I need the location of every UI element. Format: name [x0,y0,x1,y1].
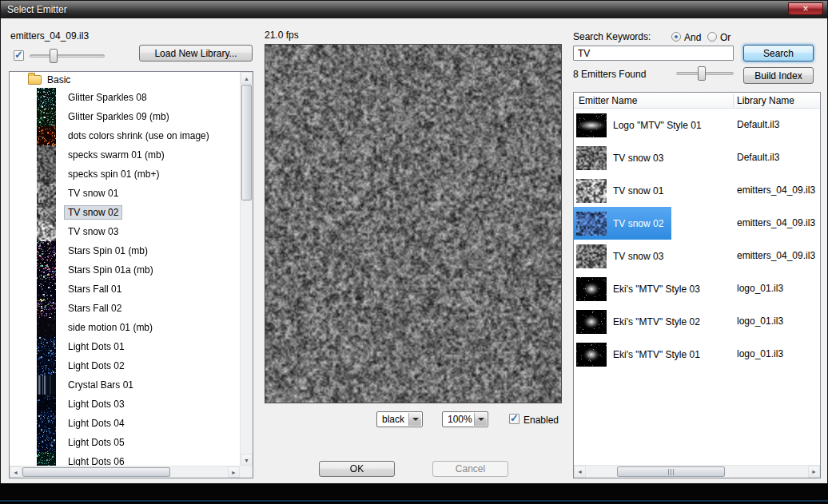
scroll-left-icon[interactable]: ◄ [574,466,586,478]
emitter-thumbnail [37,318,56,337]
list-item[interactable]: Light Dots 06 [10,452,240,466]
cancel-button[interactable]: Cancel [432,461,508,477]
result-library-name: Default.il3 [737,109,779,141]
scroll-up-icon[interactable]: ▲ [241,72,253,84]
list-item[interactable]: TV snow 02 [10,203,240,222]
result-row[interactable]: Eki's "MTV" Style 01logo_01.il3 [574,338,820,371]
emitter-label: Light Dots 04 [65,417,128,430]
result-row[interactable]: Logo "MTV" Style 01Default.il3 [574,109,820,141]
result-row[interactable]: Eki's "MTV" Style 03logo_01.il3 [574,272,820,305]
list-item[interactable]: Stars Fall 01 [10,280,240,299]
scroll-right-icon[interactable]: ► [808,466,820,478]
emitter-library-list: Basic Glitter Sparkles 08Glitter Sparkle… [9,71,253,478]
emitter-label: Stars Fall 01 [65,283,125,296]
scroll-right-icon[interactable]: ► [228,466,240,478]
list-item[interactable]: Stars Spin 01a (mb) [10,260,240,280]
emitter-thumbnail [37,126,56,145]
scroll-down-icon[interactable]: ▼ [241,454,253,466]
emitter-label: Light Dots 03 [65,398,128,411]
emitter-thumbnail [37,280,56,299]
folder-label: Basic [47,74,70,85]
results-thumbnail-slider[interactable] [676,72,734,75]
results-horizontal-scrollbar[interactable]: ◄ ► [574,465,820,478]
list-item[interactable]: TV snow 01 [10,184,240,203]
list-item[interactable]: Glitter Sparkles 09 (mb) [10,107,240,126]
column-header-emitter-name[interactable]: Emitter Name [579,95,637,106]
list-item[interactable]: Glitter Sparkles 08 [10,88,240,107]
emitter-label: Stars Spin 01a (mb) [65,264,157,276]
result-library-name: emitters_04_09.il3 [737,207,815,240]
thumbnail-size-slider[interactable] [30,54,105,58]
list-item[interactable]: side motion 01 (mb) [10,318,240,337]
result-emitter-name: TV snow 02 [613,218,663,229]
result-library-name: logo_01.il3 [737,305,783,338]
load-new-library-button[interactable]: Load New Library... [139,45,253,62]
library-name-label: emitters_04_09.il3 [10,30,89,42]
list-item[interactable]: Light Dots 04 [10,414,240,433]
list-item[interactable]: Light Dots 01 [10,337,240,356]
result-emitter-name: TV snow 03 [613,251,663,262]
library-checkbox[interactable] [14,50,24,61]
result-row[interactable]: TV snow 03emitters_04_09.il3 [574,240,820,272]
list-vertical-scrollbar[interactable]: ▲ ▼ [240,72,253,466]
build-index-button[interactable]: Build Index [743,67,814,84]
grip-icon [668,469,675,475]
result-thumbnail [576,277,607,301]
close-button[interactable]: × [788,2,823,15]
list-item[interactable]: specks swarm 01 (mb) [10,145,240,165]
column-header-library-name[interactable]: Library Name [737,95,794,106]
result-row[interactable]: Eki's "MTV" Style 02logo_01.il3 [574,305,820,338]
list-horizontal-scrollbar[interactable]: ◄ ► [10,466,240,478]
table-header: Emitter Name Library Name [574,93,820,109]
search-input[interactable] [573,46,734,61]
scroll-left-icon[interactable]: ◄ [10,466,22,478]
thumbnail-size-slider-thumb[interactable] [50,49,58,63]
preview-zoom-select[interactable]: 100% [442,411,488,427]
result-thumbnail [576,244,607,268]
emitter-thumbnail [37,375,56,395]
list-item[interactable]: Light Dots 03 [10,395,240,414]
emitter-thumbnail [37,241,56,260]
scrollbar-corner [240,466,253,478]
list-item[interactable]: Stars Spin 01 (mb) [10,241,240,260]
result-name-cell: Logo "MTV" Style 01 [574,109,710,141]
horizontal-scrollbar-thumb[interactable] [22,467,170,477]
and-radio[interactable] [671,32,681,42]
list-item[interactable]: dots colors shrink (use on image) [10,126,240,145]
and-radio-label[interactable]: And [684,32,701,43]
emitter-label: dots colors shrink (use on image) [65,129,213,142]
emitter-label: Crystal Bars 01 [65,379,137,391]
preview-background-select[interactable]: black [376,411,423,427]
enabled-checkbox[interactable] [509,414,519,424]
emitter-thumbnail [37,184,56,203]
emitter-thumbnail [37,222,56,241]
list-item[interactable]: TV snow 03 [10,222,240,241]
or-radio-label[interactable]: Or [720,32,730,43]
dropdown-button[interactable] [408,413,421,426]
result-row[interactable]: TV snow 03Default.il3 [574,141,820,174]
emitter-label: TV snow 03 [65,225,121,238]
emitter-thumbnail [37,395,56,414]
or-radio[interactable] [707,32,717,42]
dropdown-button[interactable] [474,413,487,426]
results-slider-thumb[interactable] [698,66,706,81]
column-divider[interactable] [733,94,734,107]
list-item[interactable]: Stars Fall 02 [10,299,240,318]
emitter-thumbnail [37,165,56,184]
result-row[interactable]: TV snow 02emitters_04_09.il3 [574,207,820,240]
results-rows: Logo "MTV" Style 01Default.il3TV snow 03… [574,109,820,465]
emitter-thumbnail [37,337,56,356]
list-item[interactable]: specks spin 01 (mb+) [10,165,240,184]
list-item[interactable]: Light Dots 02 [10,356,240,375]
vertical-scrollbar-thumb[interactable] [241,85,252,200]
ok-button[interactable]: OK [319,461,395,477]
search-button[interactable]: Search [743,45,814,62]
list-item[interactable]: Crystal Bars 01 [10,375,240,395]
horizontal-scrollbar-thumb[interactable] [617,466,725,477]
result-row[interactable]: TV snow 01emitters_04_09.il3 [574,174,820,207]
result-name-cell: Eki's "MTV" Style 01 [574,338,708,371]
title-bar[interactable]: Select Emitter × [1,1,827,18]
emitter-thumbnail [37,107,56,126]
folder-row-basic[interactable]: Basic [10,72,240,88]
list-item[interactable]: Light Dots 05 [10,433,240,452]
